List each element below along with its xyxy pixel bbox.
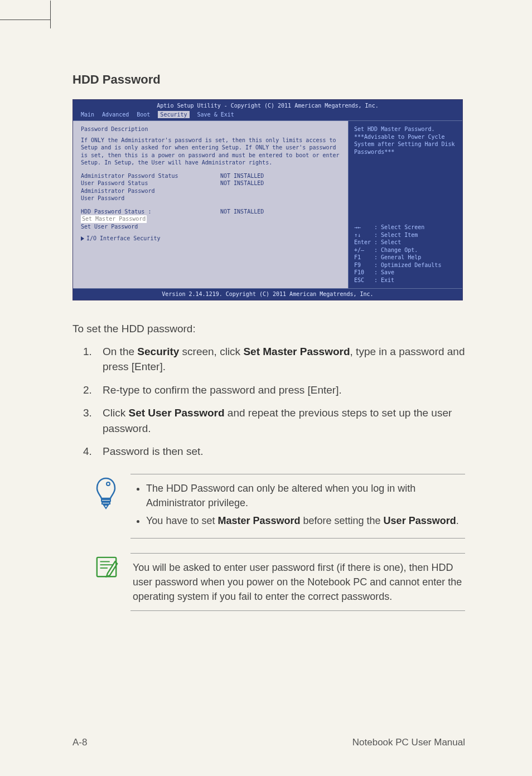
bios-tab-boot: Boot (137, 111, 150, 119)
bios-footer: Version 2.14.1219. Copyright (C) 2011 Am… (73, 288, 462, 300)
tip-item-1: The HDD Password can only be altered whe… (146, 481, 463, 510)
bios-key-enter-desc: : Select (374, 239, 401, 245)
lead-text: To set the HDD password: (72, 323, 465, 335)
step-3-text-a: Click (103, 407, 128, 419)
bios-key-legend: →←: Select Screen ↑↓: Select Item Enter:… (354, 224, 457, 284)
bios-key-esc-desc: : Exit (374, 277, 394, 283)
bios-left-pane: Password Description If ONLY the Adminis… (73, 121, 348, 288)
bios-key-f1: F1 (354, 254, 374, 261)
bios-item-set-user-password: Set User Password (81, 223, 342, 231)
bios-key-f9-desc: : Optimized Defaults (374, 262, 441, 268)
bios-key-enter: Enter (354, 239, 374, 246)
crop-mark (0, 20, 50, 33)
step-1-text-c: screen, click (179, 346, 243, 357)
bios-tab-main: Main (81, 111, 94, 119)
bios-password-description-text: If ONLY the Administrator's password is … (81, 137, 342, 167)
bios-user-status-label: User Password Status (81, 180, 220, 187)
step-1-text-a: On the (103, 346, 137, 357)
step-1: On the Security screen, click Set Master… (95, 344, 465, 375)
bios-item-admin-password: Administrator Password (81, 187, 342, 195)
bios-screenshot: Aptio Setup Utility - Copyright (C) 2011… (72, 99, 463, 300)
bios-key-f1-desc: : General Help (374, 254, 421, 260)
bios-help-line1: Set HDD Master Password. (354, 125, 457, 133)
bios-key-f9: F9 (354, 261, 374, 269)
bios-key-plusminus-desc: : Change Opt. (374, 247, 418, 253)
svg-rect-1 (101, 499, 110, 501)
bios-tab-advanced: Advanced (102, 111, 129, 119)
bios-key-f10: F10 (354, 269, 374, 277)
tip-icon (95, 474, 118, 539)
bios-title: Aptio Setup Utility - Copyright (C) 2011… (73, 100, 462, 111)
callout-note: You will be asked to enter user password… (95, 553, 465, 611)
svg-rect-2 (102, 502, 110, 504)
bios-tab-save-exit: Save & Exit (197, 111, 234, 119)
page-number: A-8 (72, 737, 87, 748)
tip2-e: . (456, 515, 459, 526)
svg-point-0 (107, 482, 110, 486)
manual-title: Notebook PC User Manual (352, 737, 465, 748)
bios-password-description-title: Password Description (81, 125, 342, 133)
bios-tab-bar: Main Advanced Boot Security Save & Exit (73, 111, 462, 121)
bios-item-io-interface-security: I/O Interface Security (86, 235, 160, 241)
bios-item-user-password: User Password (81, 195, 342, 202)
tip2-c: before setting the (301, 515, 384, 526)
bios-user-status-value: NOT INSTALLED (220, 180, 264, 187)
bios-key-f10-desc: : Save (374, 269, 394, 275)
bios-key-arrows-v: ↑↓ (354, 231, 374, 239)
section-heading: HDD Password (72, 72, 465, 87)
tip2-bold-master: Master Password (217, 515, 300, 526)
note-text: You will be asked to enter user password… (130, 553, 465, 611)
tip2-bold-user: User Password (384, 515, 456, 526)
bios-help-line2: ***Advisable to Power Cycle System after… (354, 133, 457, 156)
step-4: Password is then set. (95, 444, 465, 459)
step-2: Re-type to confirm the password and pres… (95, 382, 465, 398)
steps-list: On the Security screen, click Set Master… (72, 344, 465, 459)
bios-item-set-master-password: Set Master Password (81, 215, 147, 223)
svg-rect-3 (97, 557, 116, 576)
bios-key-arrows-h-desc: : Select Screen (374, 224, 424, 230)
step-1-bold-set-master: Set Master Password (243, 346, 350, 357)
bios-hdd-status-value: NOT INSTALLED (220, 208, 264, 216)
bios-admin-status-label: Administrator Password Status (81, 172, 220, 180)
bios-hdd-status-label: HDD Password Status : (81, 208, 220, 216)
step-3-bold-set-user: Set User Password (128, 407, 224, 419)
bios-admin-status-value: NOT INSTALLED (220, 172, 264, 180)
note-icon (95, 553, 118, 611)
bios-key-esc: ESC (354, 277, 374, 284)
callout-tip: The HDD Password can only be altered whe… (95, 474, 465, 539)
bios-right-pane: Set HDD Master Password. ***Advisable to… (348, 121, 462, 288)
bios-tab-security: Security (158, 111, 189, 119)
tip2-a: You have to set (146, 515, 217, 526)
bios-key-arrows-v-desc: : Select Item (374, 232, 418, 238)
tip-item-2: You have to set Master Password before s… (146, 513, 463, 528)
bios-key-arrows-h: →← (354, 224, 374, 231)
bios-key-plusminus: +/— (354, 246, 374, 254)
triangle-icon (81, 236, 84, 241)
step-3: Click Set User Password and repeat the p… (95, 405, 465, 436)
step-1-bold-security: Security (137, 346, 179, 357)
page-footer: A-8 Notebook PC User Manual (72, 737, 465, 748)
